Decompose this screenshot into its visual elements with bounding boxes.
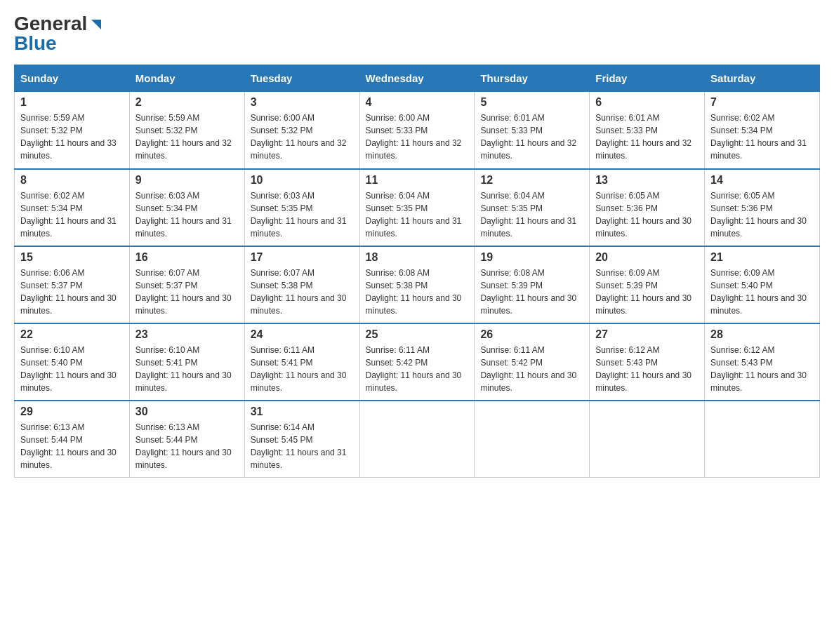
- day-cell: 31 Sunrise: 6:14 AM Sunset: 5:45 PM Dayl…: [244, 401, 359, 478]
- day-number: 11: [366, 174, 469, 187]
- week-row-5: 29 Sunrise: 6:13 AM Sunset: 5:44 PM Dayl…: [15, 401, 820, 478]
- day-info: Sunrise: 6:13 AM Sunset: 5:44 PM Dayligh…: [20, 421, 124, 471]
- week-row-4: 22 Sunrise: 6:10 AM Sunset: 5:40 PM Dayl…: [15, 323, 820, 401]
- header-cell-friday: Friday: [590, 65, 705, 92]
- day-info: Sunrise: 6:09 AM Sunset: 5:40 PM Dayligh…: [710, 267, 814, 317]
- day-number: 15: [20, 251, 124, 264]
- day-cell: 20 Sunrise: 6:09 AM Sunset: 5:39 PM Dayl…: [590, 246, 705, 323]
- day-cell: 26 Sunrise: 6:11 AM Sunset: 5:42 PM Dayl…: [475, 323, 590, 401]
- day-info: Sunrise: 6:01 AM Sunset: 5:33 PM Dayligh…: [595, 112, 699, 162]
- day-cell: 18 Sunrise: 6:08 AM Sunset: 5:38 PM Dayl…: [359, 246, 475, 323]
- day-number: 9: [135, 174, 239, 187]
- header-cell-sunday: Sunday: [15, 65, 130, 92]
- day-cell: 17 Sunrise: 6:07 AM Sunset: 5:38 PM Dayl…: [244, 246, 359, 323]
- day-cell: 22 Sunrise: 6:10 AM Sunset: 5:40 PM Dayl…: [15, 323, 130, 401]
- header-cell-wednesday: Wednesday: [359, 65, 475, 92]
- week-row-3: 15 Sunrise: 6:06 AM Sunset: 5:37 PM Dayl…: [15, 246, 820, 323]
- day-number: 10: [251, 174, 354, 187]
- day-number: 30: [135, 405, 239, 418]
- day-number: 16: [135, 251, 239, 264]
- day-number: 24: [251, 328, 354, 341]
- day-info: Sunrise: 6:02 AM Sunset: 5:34 PM Dayligh…: [710, 112, 814, 162]
- day-info: Sunrise: 6:03 AM Sunset: 5:35 PM Dayligh…: [251, 189, 354, 240]
- header-cell-thursday: Thursday: [475, 65, 590, 92]
- page-header: General Blue: [14, 14, 820, 53]
- day-number: 1: [20, 96, 124, 109]
- day-info: Sunrise: 6:01 AM Sunset: 5:33 PM Dayligh…: [480, 112, 583, 162]
- day-number: 31: [251, 405, 354, 418]
- day-cell: 19 Sunrise: 6:08 AM Sunset: 5:39 PM Dayl…: [475, 246, 590, 323]
- day-info: Sunrise: 6:11 AM Sunset: 5:42 PM Dayligh…: [366, 344, 469, 394]
- day-cell: 1 Sunrise: 5:59 AM Sunset: 5:32 PM Dayli…: [15, 92, 130, 169]
- day-info: Sunrise: 6:11 AM Sunset: 5:41 PM Dayligh…: [251, 344, 354, 394]
- day-info: Sunrise: 6:12 AM Sunset: 5:43 PM Dayligh…: [595, 344, 699, 394]
- day-info: Sunrise: 6:05 AM Sunset: 5:36 PM Dayligh…: [595, 189, 699, 240]
- day-info: Sunrise: 6:03 AM Sunset: 5:34 PM Dayligh…: [135, 189, 239, 240]
- day-cell: 14 Sunrise: 6:05 AM Sunset: 5:36 PM Dayl…: [705, 169, 820, 246]
- day-number: 28: [710, 328, 814, 341]
- day-info: Sunrise: 6:10 AM Sunset: 5:41 PM Dayligh…: [135, 344, 239, 394]
- day-number: 26: [480, 328, 583, 341]
- day-number: 3: [251, 96, 354, 109]
- day-info: Sunrise: 5:59 AM Sunset: 5:32 PM Dayligh…: [135, 112, 239, 162]
- day-cell: 25 Sunrise: 6:11 AM Sunset: 5:42 PM Dayl…: [359, 323, 475, 401]
- day-number: 13: [595, 174, 699, 187]
- day-cell: 24 Sunrise: 6:11 AM Sunset: 5:41 PM Dayl…: [244, 323, 359, 401]
- day-cell: 28 Sunrise: 6:12 AM Sunset: 5:43 PM Dayl…: [705, 323, 820, 401]
- day-info: Sunrise: 5:59 AM Sunset: 5:32 PM Dayligh…: [20, 112, 124, 162]
- day-cell: 27 Sunrise: 6:12 AM Sunset: 5:43 PM Dayl…: [590, 323, 705, 401]
- logo: General Blue: [14, 14, 104, 53]
- day-cell: [590, 401, 705, 478]
- day-info: Sunrise: 6:13 AM Sunset: 5:44 PM Dayligh…: [135, 421, 239, 471]
- day-cell: 6 Sunrise: 6:01 AM Sunset: 5:33 PM Dayli…: [590, 92, 705, 169]
- day-cell: 4 Sunrise: 6:00 AM Sunset: 5:33 PM Dayli…: [359, 92, 475, 169]
- day-info: Sunrise: 6:10 AM Sunset: 5:40 PM Dayligh…: [20, 344, 124, 394]
- day-info: Sunrise: 6:09 AM Sunset: 5:39 PM Dayligh…: [595, 267, 699, 317]
- logo-triangle-icon: [88, 17, 104, 32]
- day-cell: [475, 401, 590, 478]
- calendar-header: SundayMondayTuesdayWednesdayThursdayFrid…: [15, 65, 820, 92]
- day-cell: [359, 401, 475, 478]
- day-number: 23: [135, 328, 239, 341]
- day-number: 18: [366, 251, 469, 264]
- day-cell: 15 Sunrise: 6:06 AM Sunset: 5:37 PM Dayl…: [15, 246, 130, 323]
- header-cell-monday: Monday: [129, 65, 244, 92]
- day-cell: 16 Sunrise: 6:07 AM Sunset: 5:37 PM Dayl…: [129, 246, 244, 323]
- day-cell: [705, 401, 820, 478]
- svg-marker-0: [91, 20, 101, 29]
- day-number: 12: [480, 174, 583, 187]
- header-cell-saturday: Saturday: [705, 65, 820, 92]
- week-row-1: 1 Sunrise: 5:59 AM Sunset: 5:32 PM Dayli…: [15, 92, 820, 169]
- day-info: Sunrise: 6:07 AM Sunset: 5:38 PM Dayligh…: [251, 267, 354, 317]
- day-cell: 29 Sunrise: 6:13 AM Sunset: 5:44 PM Dayl…: [15, 401, 130, 478]
- day-cell: 10 Sunrise: 6:03 AM Sunset: 5:35 PM Dayl…: [244, 169, 359, 246]
- day-info: Sunrise: 6:11 AM Sunset: 5:42 PM Dayligh…: [480, 344, 583, 394]
- day-info: Sunrise: 6:00 AM Sunset: 5:33 PM Dayligh…: [366, 112, 469, 162]
- calendar-table: SundayMondayTuesdayWednesdayThursdayFrid…: [14, 65, 820, 478]
- calendar-body: 1 Sunrise: 5:59 AM Sunset: 5:32 PM Dayli…: [15, 92, 820, 478]
- day-cell: 9 Sunrise: 6:03 AM Sunset: 5:34 PM Dayli…: [129, 169, 244, 246]
- day-cell: 5 Sunrise: 6:01 AM Sunset: 5:33 PM Dayli…: [475, 92, 590, 169]
- day-info: Sunrise: 6:05 AM Sunset: 5:36 PM Dayligh…: [710, 189, 814, 240]
- day-cell: 3 Sunrise: 6:00 AM Sunset: 5:32 PM Dayli…: [244, 92, 359, 169]
- logo-blue-text: Blue: [14, 34, 57, 53]
- day-number: 29: [20, 405, 124, 418]
- day-number: 21: [710, 251, 814, 264]
- day-number: 20: [595, 251, 699, 264]
- day-cell: 12 Sunrise: 6:04 AM Sunset: 5:35 PM Dayl…: [475, 169, 590, 246]
- day-cell: 2 Sunrise: 5:59 AM Sunset: 5:32 PM Dayli…: [129, 92, 244, 169]
- day-info: Sunrise: 6:08 AM Sunset: 5:39 PM Dayligh…: [480, 267, 583, 317]
- day-cell: 21 Sunrise: 6:09 AM Sunset: 5:40 PM Dayl…: [705, 246, 820, 323]
- day-cell: 23 Sunrise: 6:10 AM Sunset: 5:41 PM Dayl…: [129, 323, 244, 401]
- day-number: 22: [20, 328, 124, 341]
- header-row: SundayMondayTuesdayWednesdayThursdayFrid…: [15, 65, 820, 92]
- day-number: 14: [710, 174, 814, 187]
- day-info: Sunrise: 6:00 AM Sunset: 5:32 PM Dayligh…: [251, 112, 354, 162]
- day-number: 7: [710, 96, 814, 109]
- day-cell: 30 Sunrise: 6:13 AM Sunset: 5:44 PM Dayl…: [129, 401, 244, 478]
- day-info: Sunrise: 6:07 AM Sunset: 5:37 PM Dayligh…: [135, 267, 239, 317]
- day-info: Sunrise: 6:08 AM Sunset: 5:38 PM Dayligh…: [366, 267, 469, 317]
- day-cell: 13 Sunrise: 6:05 AM Sunset: 5:36 PM Dayl…: [590, 169, 705, 246]
- day-info: Sunrise: 6:04 AM Sunset: 5:35 PM Dayligh…: [366, 189, 469, 240]
- day-cell: 7 Sunrise: 6:02 AM Sunset: 5:34 PM Dayli…: [705, 92, 820, 169]
